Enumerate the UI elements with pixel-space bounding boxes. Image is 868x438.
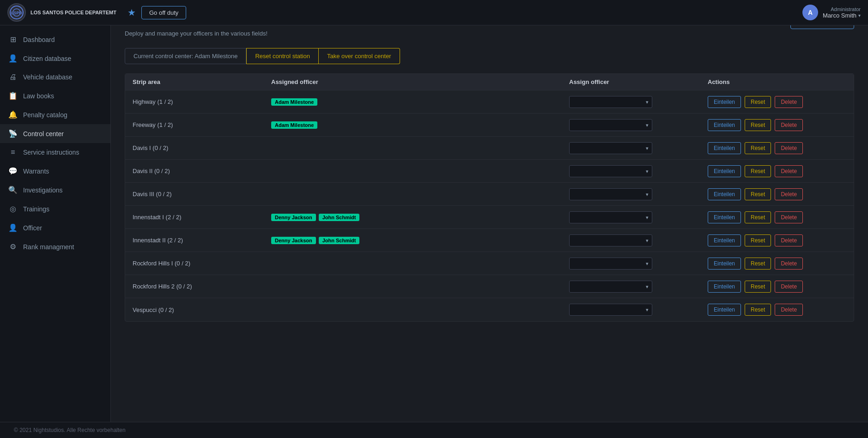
reset-button[interactable]: Reset — [745, 165, 771, 177]
einteilen-button[interactable]: Einteilen — [708, 281, 741, 293]
einteilen-button[interactable]: Einteilen — [708, 142, 741, 154]
delete-button[interactable]: Delete — [775, 234, 803, 246]
assigned-officer-cell: Denny JacksonJohn Schmidt — [271, 214, 569, 221]
delete-button[interactable]: Delete — [775, 165, 803, 177]
sidebar-item-investigations[interactable]: 🔍 Investigations — [0, 180, 110, 199]
strip-area-cell: Vespucci (0 / 2) — [133, 306, 271, 313]
law-icon: 📋 — [8, 91, 18, 100]
sidebar-item-law-books[interactable]: 📋 Law books — [0, 86, 110, 105]
chevron-down-icon: ▾ — [858, 13, 861, 18]
col-strip-area: Strip area — [133, 78, 271, 85]
delete-button[interactable]: Delete — [775, 281, 803, 293]
sidebar-item-label: Citizen database — [23, 55, 71, 62]
delete-button[interactable]: Delete — [775, 119, 803, 131]
table-row: Freeway (1 / 2)Adam MilestoneEinteilenRe… — [125, 114, 854, 137]
col-assigned-officer: Assigned officer — [271, 78, 569, 85]
assigned-officer-cell: Adam Milestone — [271, 121, 569, 129]
reset-button[interactable]: Reset — [745, 211, 771, 223]
assign-officer-cell — [569, 234, 708, 246]
reset-button[interactable]: Reset — [745, 258, 771, 270]
sidebar-item-warrants[interactable]: 💬 Warrants — [0, 162, 110, 180]
reset-button[interactable]: Reset — [745, 304, 771, 316]
table-row: Rockford Hills I (0 / 2)EinteilenResetDe… — [125, 252, 854, 275]
strip-area-cell: Freeway (1 / 2) — [133, 121, 271, 128]
officer-badge: Denny Jackson — [271, 237, 316, 244]
user-menu[interactable]: A Administrator Marco Smith ▾ — [802, 5, 861, 20]
assign-officer-select[interactable] — [569, 188, 652, 200]
officer-badge: John Schmidt — [319, 214, 360, 221]
table-row: Highway (1 / 2)Adam MilestoneEinteilenRe… — [125, 90, 854, 114]
table-row: Davis III (0 / 2)EinteilenResetDelete — [125, 183, 854, 206]
actions-cell: EinteilenResetDelete — [708, 304, 846, 316]
einteilen-button[interactable]: Einteilen — [708, 165, 741, 177]
sidebar-item-trainings[interactable]: ◎ Trainings — [0, 199, 110, 218]
sidebar: ⊞ Dashboard 👤 Citizen database 🖨 Vehicle… — [0, 25, 111, 438]
logo-icon: LSPD — [7, 3, 26, 22]
einteilen-button[interactable]: Einteilen — [708, 211, 741, 223]
actions-cell: EinteilenResetDelete — [708, 96, 846, 108]
user-name: Marco Smith ▾ — [823, 12, 861, 19]
einteilen-button[interactable]: Einteilen — [708, 304, 741, 316]
table-row: Innenstadt I (2 / 2)Denny JacksonJohn Sc… — [125, 206, 854, 229]
officer-icon: 👤 — [8, 223, 18, 232]
svg-text:LSPD: LSPD — [11, 11, 23, 15]
tab-current-control-center[interactable]: Current control center: Adam Milestone — [125, 48, 246, 64]
delete-button[interactable]: Delete — [775, 188, 803, 200]
actions-cell: EinteilenResetDelete — [708, 281, 846, 293]
assign-officer-cell — [569, 142, 708, 154]
assign-officer-cell — [569, 281, 708, 293]
tab-take-over-control-center[interactable]: Take over control center — [319, 48, 400, 64]
reset-button[interactable]: Reset — [745, 96, 771, 108]
col-assign-officer: Assign officer — [569, 78, 708, 85]
delete-button[interactable]: Delete — [775, 304, 803, 316]
strip-area-cell: Rockford Hills 2 (0 / 2) — [133, 283, 271, 290]
assign-officer-select[interactable] — [569, 142, 652, 154]
table-row: Davis I (0 / 2)EinteilenResetDelete — [125, 137, 854, 160]
strip-area-cell: Davis III (0 / 2) — [133, 191, 271, 198]
sidebar-item-label: Rank managment — [23, 243, 74, 251]
user-role: Administrator — [831, 6, 861, 12]
reset-button[interactable]: Reset — [745, 142, 771, 154]
delete-button[interactable]: Delete — [775, 258, 803, 270]
assign-officer-select[interactable] — [569, 96, 652, 108]
officer-badge: Adam Milestone — [271, 98, 317, 106]
col-actions: Actions — [708, 78, 846, 85]
assign-officer-select[interactable] — [569, 258, 652, 270]
sidebar-item-dashboard[interactable]: ⊞ Dashboard — [0, 30, 110, 49]
assign-officer-select[interactable] — [569, 165, 652, 177]
reset-button[interactable]: Reset — [745, 119, 771, 131]
actions-cell: EinteilenResetDelete — [708, 142, 846, 154]
assign-officer-select[interactable] — [569, 119, 652, 131]
delete-button[interactable]: Delete — [775, 211, 803, 223]
actions-cell: EinteilenResetDelete — [708, 211, 846, 223]
einteilen-button[interactable]: Einteilen — [708, 188, 741, 200]
tab-reset-control-station[interactable]: Reset control station — [246, 48, 319, 64]
assign-officer-select[interactable] — [569, 234, 652, 246]
sidebar-item-control-center[interactable]: 📡 Control center — [0, 124, 110, 143]
assigned-officer-cell: Adam Milestone — [271, 98, 569, 106]
sidebar-item-vehicle-database[interactable]: 🖨 Vehicle database — [0, 68, 110, 86]
delete-button[interactable]: Delete — [775, 96, 803, 108]
einteilen-button[interactable]: Einteilen — [708, 96, 741, 108]
sidebar-item-citizen-database[interactable]: 👤 Citizen database — [0, 49, 110, 68]
sidebar-item-service-instructions[interactable]: ≡ Service instructions — [0, 143, 110, 162]
sidebar-item-rank-management[interactable]: ⚙ Rank managment — [0, 237, 110, 256]
sidebar-item-penalty-catalog[interactable]: 🔔 Penalty catalog — [0, 105, 110, 124]
einteilen-button[interactable]: Einteilen — [708, 234, 741, 246]
assign-officer-cell — [569, 258, 708, 270]
table-row: Rockford Hills 2 (0 / 2)EinteilenResetDe… — [125, 275, 854, 298]
footer: © 2021 Nightstudios. Alle Rechte vorbeha… — [0, 422, 868, 438]
delete-button[interactable]: Delete — [775, 142, 803, 154]
reset-button[interactable]: Reset — [745, 234, 771, 246]
footer-text: © 2021 Nightstudios. Alle Rechte vorbeha… — [14, 427, 126, 433]
reset-button[interactable]: Reset — [745, 281, 771, 293]
einteilen-button[interactable]: Einteilen — [708, 258, 741, 270]
assign-officer-select[interactable] — [569, 281, 652, 293]
reset-button[interactable]: Reset — [745, 188, 771, 200]
go-off-duty-button[interactable]: Go off duty — [141, 6, 186, 19]
favorite-icon[interactable]: ★ — [127, 7, 136, 18]
assign-officer-select[interactable] — [569, 304, 652, 316]
assign-officer-select[interactable] — [569, 211, 652, 223]
sidebar-item-officer[interactable]: 👤 Officer — [0, 218, 110, 237]
einteilen-button[interactable]: Einteilen — [708, 119, 741, 131]
